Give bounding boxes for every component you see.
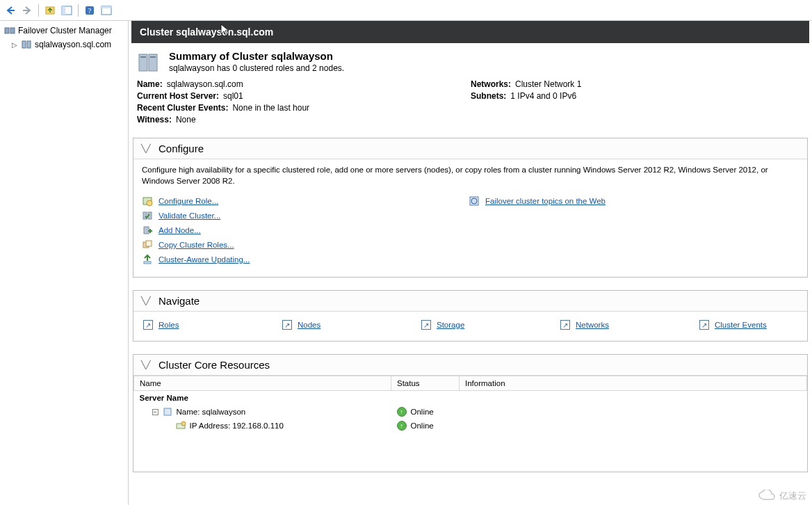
- content-title: Cluster sqlalwayson.sql.com: [140, 26, 273, 38]
- prop-networks-label: Networks:: [471, 79, 511, 89]
- col-status[interactable]: Status: [391, 376, 460, 391]
- svg-rect-13: [140, 56, 146, 58]
- online-status-icon: ↑: [397, 407, 407, 417]
- link-icon: [560, 320, 570, 330]
- collapse-icon[interactable]: ╲╱: [140, 143, 152, 154]
- summary-section: Summary of Cluster sqlalwayson sqlalways…: [131, 45, 809, 74]
- svg-rect-19: [144, 227, 149, 234]
- svg-rect-25: [164, 408, 171, 415]
- prop-name-value: sqlalwayson.sql.com: [167, 79, 243, 89]
- core-resources-table: Name Status Information Server Name − Na…: [133, 376, 807, 472]
- tree-pane: Failover Cluster Manager ▷ sqlalwayson.s…: [0, 21, 129, 505]
- server-name-icon: [163, 407, 172, 417]
- prop-witness-value: None: [176, 115, 196, 125]
- link-icon: [143, 320, 153, 330]
- svg-rect-10: [27, 41, 31, 48]
- tree-expand-icon[interactable]: ▷: [11, 41, 18, 49]
- link-icon: [699, 320, 709, 330]
- prop-networks-value: Cluster Network 1: [515, 79, 581, 89]
- col-info[interactable]: Information: [460, 376, 807, 391]
- watermark: 亿速云: [758, 490, 806, 502]
- configure-role-link[interactable]: Configure Role...: [159, 197, 218, 205]
- table-header-row: Name Status Information: [134, 376, 807, 391]
- up-button[interactable]: [42, 3, 58, 18]
- configure-instructions: Configure high availability for a specif…: [142, 165, 799, 186]
- web-topics-link[interactable]: Failover cluster topics on the Web: [485, 197, 606, 205]
- cau-link[interactable]: Cluster-Aware Updating...: [159, 255, 250, 264]
- prop-name-label: Name:: [137, 79, 163, 89]
- forward-button[interactable]: [19, 3, 35, 18]
- svg-rect-6: [102, 6, 111, 8]
- ip-address-icon: [176, 421, 186, 431]
- prop-subnets-label: Subnets:: [471, 91, 506, 101]
- configure-section: ╲╱ Configure Configure high availability…: [133, 138, 808, 278]
- svg-rect-9: [22, 41, 26, 48]
- cluster-summary-icon: [137, 50, 159, 72]
- copy-roles-link[interactable]: Copy Cluster Roles...: [159, 241, 234, 249]
- nav-nodes-link[interactable]: Nodes: [298, 321, 320, 329]
- navigate-section: ╲╱ Navigate Roles Nodes Storage Networks…: [133, 290, 808, 342]
- copy-roles-icon: [142, 239, 153, 250]
- validate-cluster-icon: [142, 210, 153, 221]
- add-node-icon: [142, 225, 153, 236]
- prop-host-label: Current Host Server:: [137, 91, 219, 101]
- svg-rect-8: [10, 28, 15, 33]
- link-icon: [421, 320, 431, 330]
- toolbar-separator: [78, 4, 79, 17]
- summary-title: Summary of Cluster sqlalwayson: [169, 50, 344, 62]
- tree-root-failover-cluster-manager[interactable]: Failover Cluster Manager: [1, 24, 127, 38]
- prop-host-value: sql01: [223, 91, 243, 101]
- watermark-icon: [758, 490, 777, 502]
- svg-rect-2: [62, 6, 65, 15]
- nav-events-link[interactable]: Cluster Events: [715, 321, 767, 329]
- prop-events-label: Recent Cluster Events:: [137, 103, 228, 113]
- svg-rect-22: [144, 262, 151, 264]
- collapse-icon[interactable]: ╲╱: [140, 360, 152, 371]
- link-icon: [282, 320, 292, 330]
- prop-events-value: None in the last hour: [232, 103, 309, 113]
- cluster-manager-icon: [4, 25, 15, 36]
- toolbar-separator: [38, 4, 39, 17]
- tree-item-cluster[interactable]: ▷ sqlalwayson.sql.com: [1, 38, 127, 51]
- svg-point-16: [147, 200, 152, 206]
- col-name[interactable]: Name: [134, 376, 391, 391]
- svg-point-27: [181, 422, 186, 426]
- svg-rect-7: [5, 28, 9, 33]
- cursor-icon: [220, 24, 230, 36]
- show-hide-tree-button[interactable]: [59, 3, 74, 18]
- cluster-icon: [21, 39, 32, 50]
- table-row[interactable]: − Name: sqlalwayson ↑Online: [134, 405, 807, 419]
- tree-cluster-label: sqlalwayson.sql.com: [35, 40, 111, 49]
- content-pane: Cluster sqlalwayson.sql.com Summary of C…: [129, 21, 812, 505]
- cluster-properties: Name:sqlalwayson.sql.com Current Host Se…: [131, 74, 809, 134]
- svg-text:?: ?: [88, 7, 92, 15]
- navigate-title: Navigate: [159, 295, 200, 307]
- view-button[interactable]: [99, 3, 114, 18]
- table-row[interactable]: IP Address: 192.168.0.110 ↑Online: [134, 419, 807, 433]
- help-button[interactable]: ?: [82, 3, 97, 18]
- validate-cluster-link[interactable]: Validate Cluster...: [159, 211, 220, 220]
- tree-root-label: Failover Cluster Manager: [18, 26, 112, 35]
- collapse-row-icon[interactable]: −: [152, 409, 159, 415]
- nav-storage-link[interactable]: Storage: [437, 321, 464, 329]
- online-status-icon: ↑: [397, 421, 407, 431]
- cau-icon: [142, 254, 153, 265]
- main-toolbar: ?: [0, 0, 812, 21]
- resource-group-server-name[interactable]: Server Name: [134, 391, 807, 406]
- prop-witness-label: Witness:: [137, 115, 172, 125]
- configure-title: Configure: [159, 143, 204, 154]
- add-node-link[interactable]: Add Node...: [159, 226, 201, 234]
- prop-subnets-value: 1 IPv4 and 0 IPv6: [510, 91, 576, 101]
- core-resources-section: ╲╱ Cluster Core Resources Name Status In…: [133, 354, 808, 472]
- nav-roles-link[interactable]: Roles: [159, 321, 179, 329]
- web-topics-icon: [469, 195, 480, 207]
- svg-rect-14: [150, 56, 156, 58]
- collapse-icon[interactable]: ╲╱: [140, 296, 152, 307]
- svg-rect-21: [146, 241, 152, 246]
- back-button[interactable]: [3, 3, 18, 18]
- content-header: Cluster sqlalwayson.sql.com: [131, 21, 809, 43]
- nav-networks-link[interactable]: Networks: [576, 321, 609, 329]
- core-resources-title: Cluster Core Resources: [159, 359, 270, 371]
- summary-subtitle: sqlalwayson has 0 clustered roles and 2 …: [169, 63, 344, 73]
- configure-role-icon: [142, 195, 153, 207]
